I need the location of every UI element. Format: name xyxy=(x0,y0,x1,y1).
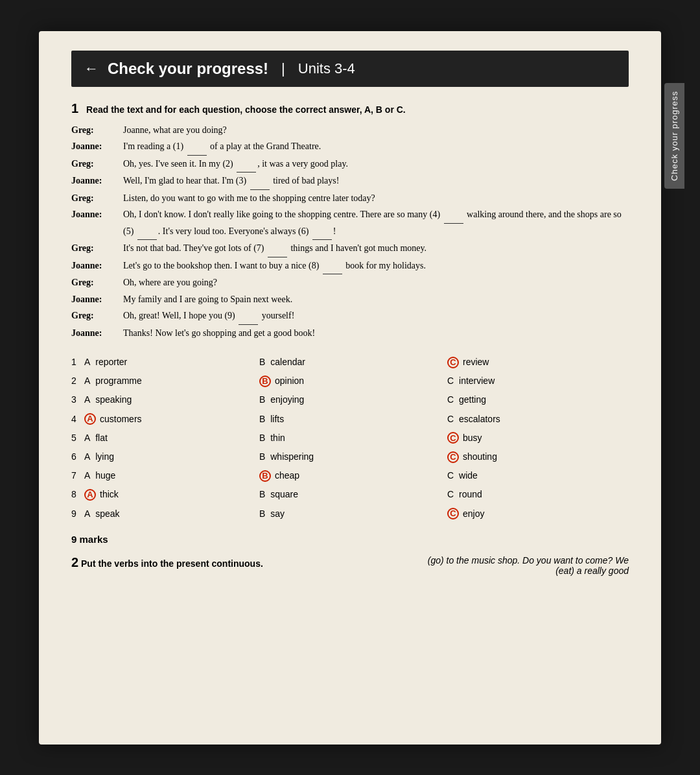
speaker-joanne-4: Joanne: xyxy=(71,258,123,275)
header-separator: | xyxy=(281,60,285,77)
dialogue: Greg: Joanne, what are you doing? Joanne… xyxy=(71,123,629,342)
section1-number: 1 xyxy=(71,101,78,115)
answer-7a: 7 A huge xyxy=(71,466,253,485)
blank-8 xyxy=(323,258,342,275)
blank-1 xyxy=(187,139,207,156)
blank-7 xyxy=(268,241,287,257)
blank-3 xyxy=(250,173,270,190)
dialogue-line-5: Greg: Listen, do you want to go with me … xyxy=(71,191,629,207)
answer-5c: C busy xyxy=(447,429,629,447)
answer-7b: B cheap xyxy=(259,466,441,485)
marks-line: 9 marks xyxy=(71,534,629,545)
circle-8a: A xyxy=(84,489,96,501)
dialogue-line-4: Joanne: Well, I'm glad to hear that. I'm… xyxy=(71,173,629,190)
dialogue-line-7: Greg: It's not that bad. They've got lot… xyxy=(71,241,629,257)
speech-greg-6: Oh, great! Well, I hope you (9) yourself… xyxy=(123,308,629,325)
speech-greg-5: Oh, where are you going? xyxy=(123,275,629,291)
answer-1b: B calendar xyxy=(259,353,441,372)
circle-5c: C xyxy=(447,432,459,444)
dialogue-line-3: Greg: Oh, yes. I've seen it. In my (2) ,… xyxy=(71,156,629,173)
speaker-greg-6: Greg: xyxy=(71,308,123,325)
side-tab: Check your progress xyxy=(664,83,684,189)
answers-col2: B calendar B opinion B enjoying B lifts … xyxy=(259,353,441,523)
answer-6c: C shouting xyxy=(447,447,629,466)
speaker-joanne-2: Joanne: xyxy=(71,173,123,190)
speech-greg-1: Joanne, what are you doing? xyxy=(123,123,629,139)
answer-3b: B enjoying xyxy=(259,390,441,409)
speech-joanne-2: Well, I'm glad to hear that. I'm (3) tir… xyxy=(123,173,629,190)
answer-1a: 1 A reporter xyxy=(71,353,253,372)
speaker-greg-2: Greg: xyxy=(71,156,123,173)
blank-6 xyxy=(312,224,332,241)
speaker-greg-5: Greg: xyxy=(71,275,123,291)
circle-1c: C xyxy=(447,357,459,368)
blank-5 xyxy=(137,224,157,241)
answer-4c: C escalators xyxy=(447,410,629,429)
answer-9c: C enjoy xyxy=(447,505,629,523)
answer-8b: B square xyxy=(259,485,441,504)
answer-3c: C getting xyxy=(447,390,629,409)
answer-2b: B opinion xyxy=(259,372,441,390)
circle-2b: B xyxy=(259,376,271,387)
speaker-greg-4: Greg: xyxy=(71,241,123,257)
answer-4b: B lifts xyxy=(259,410,441,429)
circle-4a: A xyxy=(84,413,96,425)
section2-number: 2 xyxy=(71,555,78,569)
dialogue-line-8: Joanne: Let's go to the bookshop then. I… xyxy=(71,258,629,275)
blank-4 xyxy=(444,207,463,224)
dialogue-line-6: Joanne: Oh, I don't know. I don't really… xyxy=(71,207,629,240)
speaker-greg-3: Greg: xyxy=(71,191,123,207)
speech-greg-4: It's not that bad. They've got lots of (… xyxy=(123,241,629,257)
section2: 2 Put the verbs into the present continu… xyxy=(71,555,629,576)
dialogue-line-9: Greg: Oh, where are you going? xyxy=(71,275,629,291)
speaker-joanne-3: Joanne: xyxy=(71,207,123,240)
section2-right: (go) to the music shop. Do you want to c… xyxy=(428,555,629,576)
answer-2a: 2 A programme xyxy=(71,372,253,390)
answer-9b: B say xyxy=(259,505,441,523)
back-arrow-icon: ← xyxy=(84,60,99,77)
header-title: Check your progress! xyxy=(108,60,268,78)
speech-joanne-6: Thanks! Now let's go shopping and get a … xyxy=(123,326,629,342)
circle-6c: C xyxy=(447,451,459,463)
speaker-joanne-5: Joanne: xyxy=(71,292,123,308)
answer-5b: B thin xyxy=(259,429,441,447)
circle-9c: C xyxy=(447,508,459,519)
answers-col3: C review C interview C getting C escalat… xyxy=(447,353,629,523)
section1-instruction: Read the text and for each question, cho… xyxy=(86,104,406,115)
answer-4a: 4 A customers xyxy=(71,410,253,429)
answer-3a: 3 A speaking xyxy=(71,390,253,409)
section2-left: 2 Put the verbs into the present continu… xyxy=(71,555,263,570)
speech-greg-2: Oh, yes. I've seen it. In my (2) , it wa… xyxy=(123,156,629,173)
speaker-joanne-6: Joanne: xyxy=(71,326,123,342)
speech-joanne-3: Oh, I don't know. I don't really like go… xyxy=(123,207,629,240)
section2-right-text1: (go) to the music shop. Do you want to c… xyxy=(428,555,629,566)
answer-1c: C review xyxy=(447,353,629,372)
answer-6a: 6 A lying xyxy=(71,447,253,466)
answers-col1: 1 A reporter 2 A programme 3 A speaking … xyxy=(71,353,253,523)
dialogue-line-2: Joanne: I'm reading a (1) of a play at t… xyxy=(71,139,629,156)
circle-7b: B xyxy=(259,470,271,482)
speech-joanne-5: My family and I are going to Spain next … xyxy=(123,292,629,308)
blank-9 xyxy=(239,308,258,325)
answer-5a: 5 A flat xyxy=(71,429,253,447)
blank-2 xyxy=(237,156,256,173)
answer-8c: C round xyxy=(447,485,629,504)
answer-6b: B whispering xyxy=(259,447,441,466)
dialogue-line-10: Joanne: My family and I are going to Spa… xyxy=(71,292,629,308)
answer-9a: 9 A speak xyxy=(71,505,253,523)
answer-2c: C interview xyxy=(447,372,629,390)
dialogue-line-1: Greg: Joanne, what are you doing? xyxy=(71,123,629,139)
section2-right-text2: (eat) a really good xyxy=(555,566,629,576)
speech-greg-3: Listen, do you want to go with me to the… xyxy=(123,191,629,207)
answer-7c: C wide xyxy=(447,466,629,485)
answer-8a: 8 A thick xyxy=(71,485,253,504)
answers-grid: 1 A reporter 2 A programme 3 A speaking … xyxy=(71,353,629,523)
header-bar: ← Check your progress! | Units 3-4 xyxy=(71,51,629,87)
speech-joanne-1: I'm reading a (1) of a play at the Grand… xyxy=(123,139,629,156)
speaker-joanne-1: Joanne: xyxy=(71,139,123,156)
section1: 1 Read the text and for each question, c… xyxy=(71,101,629,342)
page-container: Check your progress ← Check your progres… xyxy=(39,31,661,745)
dialogue-line-11: Greg: Oh, great! Well, I hope you (9) yo… xyxy=(71,308,629,325)
section2-label: Put the verbs into the present continuou… xyxy=(81,558,263,569)
speech-joanne-4: Let's go to the bookshop then. I want to… xyxy=(123,258,629,275)
